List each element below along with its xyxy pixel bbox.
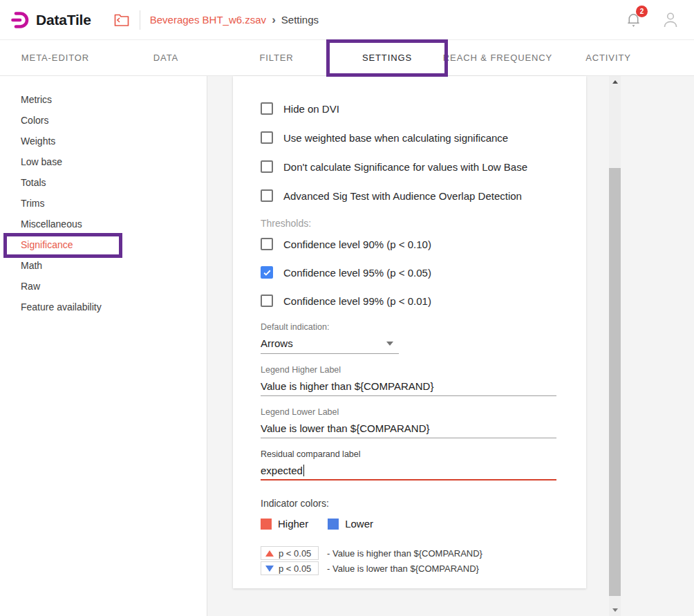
chevron-right-icon: › bbox=[272, 13, 276, 27]
sidebar-item-metrics[interactable]: Metrics bbox=[0, 89, 207, 110]
sidebar-item-math[interactable]: Math bbox=[0, 255, 207, 276]
sidebar-item-significance[interactable]: Significance bbox=[0, 234, 207, 255]
legend-description: - Value is lower than ${COMPARAND} bbox=[327, 563, 479, 574]
sidebar-item-trims[interactable]: Trims bbox=[0, 193, 207, 214]
folder-back-icon bbox=[113, 12, 130, 28]
legend-higher-input[interactable]: Value is higher than ${COMPARAND} bbox=[261, 380, 556, 396]
legend-lower-input[interactable]: Value is lower than ${COMPARAND} bbox=[261, 422, 556, 438]
user-account-button[interactable] bbox=[662, 11, 679, 29]
checkbox-icon[interactable] bbox=[261, 295, 273, 307]
legend-preview-row-lower: p < 0.05 - Value is lower than ${COMPARA… bbox=[261, 561, 556, 575]
checkbox-label: Hide on DVI bbox=[283, 103, 339, 115]
tab-data[interactable]: DATA bbox=[111, 40, 221, 75]
scrollbar[interactable] bbox=[609, 76, 621, 616]
legend-preview-row-higher: p < 0.05 - Value is higher than ${COMPAR… bbox=[261, 546, 556, 560]
sidebar-item-totals[interactable]: Totals bbox=[0, 172, 207, 193]
sidebar-item-low-base[interactable]: Low base bbox=[0, 151, 207, 172]
dropdown-arrow-icon bbox=[386, 342, 393, 346]
field-label: Residual comparand label bbox=[261, 449, 556, 459]
field-legend-higher-label: Legend Higher Label Value is higher than… bbox=[261, 365, 556, 396]
default-indication-label: Default indication: bbox=[261, 322, 556, 332]
checkbox-icon[interactable] bbox=[261, 189, 273, 202]
sidebar-item-colors[interactable]: Colors bbox=[0, 110, 207, 131]
datatile-logo[interactable]: DataTile bbox=[0, 11, 91, 29]
notification-badge: 2 bbox=[636, 6, 648, 17]
checkbox-label: Use weighted base when calculating signi… bbox=[283, 132, 508, 144]
down-arrow-indicator-icon bbox=[265, 566, 274, 572]
sidebar-item-weights[interactable]: Weights bbox=[0, 131, 207, 151]
back-to-projects-button[interactable] bbox=[113, 12, 130, 28]
field-label: Legend Higher Label bbox=[261, 365, 556, 375]
checkbox-row-no-sig-low-base[interactable]: Don't calculate Significance for values … bbox=[261, 160, 556, 174]
breadcrumb: Beverages BHT_w6.zsav › Settings bbox=[150, 13, 319, 27]
checkbox-label: Confidence level 90% (p < 0.10) bbox=[283, 239, 431, 250]
user-icon bbox=[662, 11, 679, 29]
checkbox-row-weighted-base[interactable]: Use weighted base when calculating signi… bbox=[261, 131, 556, 144]
checkbox-checked-icon[interactable] bbox=[261, 266, 273, 279]
notifications-button[interactable]: 2 bbox=[626, 11, 641, 29]
scrollbar-thumb[interactable] bbox=[609, 168, 621, 596]
checkbox-label: Confidence level 95% (p < 0.05) bbox=[283, 267, 431, 279]
checkbox-row-confidence-99[interactable]: Confidence level 99% (p < 0.01) bbox=[261, 294, 556, 308]
lower-color-swatch[interactable] bbox=[328, 519, 339, 530]
tab-reach-frequency[interactable]: REACH & FREQUENCY bbox=[442, 40, 553, 75]
app-header: DataTile Beverages BHT_w6.zsav › Setting… bbox=[0, 0, 694, 40]
default-indication-select[interactable]: Arrows bbox=[261, 333, 399, 354]
tab-meta-editor[interactable]: META-EDITOR bbox=[0, 40, 111, 75]
datatile-logo-icon bbox=[11, 11, 30, 29]
up-arrow-indicator-icon bbox=[265, 550, 274, 557]
legend-description: - Value is higher than ${COMPARAND} bbox=[327, 548, 482, 559]
lower-label: Lower bbox=[345, 518, 373, 530]
checkbox-label: Don't calculate Significance for values … bbox=[283, 161, 527, 173]
tab-activity[interactable]: ACTIVITY bbox=[553, 40, 664, 75]
indicator-colors-label: Indicator colors: bbox=[261, 498, 556, 509]
higher-label: Higher bbox=[278, 518, 308, 530]
checkbox-icon[interactable] bbox=[261, 131, 273, 144]
checkbox-label: Advanced Sig Test with Audience Overlap … bbox=[283, 190, 522, 202]
breadcrumb-page: Settings bbox=[281, 14, 319, 26]
tab-filter[interactable]: FILTER bbox=[221, 40, 332, 75]
checkbox-label: Confidence level 99% (p < 0.01) bbox=[283, 295, 431, 307]
scroll-down-arrow-icon bbox=[612, 608, 618, 612]
sidebar-item-feature-availability[interactable]: Feature availability bbox=[0, 297, 207, 317]
p-value-label: p < 0.05 bbox=[279, 548, 311, 559]
select-value: Arrows bbox=[261, 337, 293, 349]
breadcrumb-project[interactable]: Beverages BHT_w6.zsav bbox=[150, 14, 266, 26]
checkbox-icon[interactable] bbox=[261, 238, 273, 250]
sidebar-item-raw[interactable]: Raw bbox=[0, 276, 207, 297]
field-label: Legend Lower Label bbox=[261, 407, 556, 417]
checkbox-row-confidence-95[interactable]: Confidence level 95% (p < 0.05) bbox=[261, 265, 556, 279]
checkbox-row-confidence-90[interactable]: Confidence level 90% (p < 0.10) bbox=[261, 237, 556, 251]
tab-bar: META-EDITOR DATA FILTER SETTINGS REACH &… bbox=[0, 40, 694, 76]
settings-sidebar: Metrics Colors Weights Low base Totals T… bbox=[0, 76, 207, 616]
indicator-color-swatches: Higher Lower bbox=[261, 518, 556, 530]
field-residual-comparand-label: Residual comparand label expected bbox=[261, 449, 556, 480]
legend-chip-lower: p < 0.05 bbox=[261, 561, 319, 575]
significance-settings-panel: Hide on DVI Use weighted base when calcu… bbox=[233, 76, 586, 588]
checkbox-icon[interactable] bbox=[261, 160, 273, 173]
legend-chip-higher: p < 0.05 bbox=[261, 546, 319, 560]
tab-settings[interactable]: SETTINGS bbox=[332, 40, 442, 75]
content-area: Metrics Colors Weights Low base Totals T… bbox=[0, 76, 694, 616]
checkbox-row-advanced-sig-test[interactable]: Advanced Sig Test with Audience Overlap … bbox=[261, 189, 556, 203]
scroll-up-arrow-icon bbox=[612, 80, 618, 84]
residual-comparand-input[interactable]: expected bbox=[261, 465, 556, 480]
higher-color-swatch[interactable] bbox=[261, 519, 272, 530]
higher-color-picker[interactable]: Higher bbox=[261, 518, 308, 530]
lower-color-picker[interactable]: Lower bbox=[328, 518, 373, 530]
checkbox-icon[interactable] bbox=[261, 102, 273, 115]
scrollbar-up-button[interactable] bbox=[609, 76, 621, 88]
header-divider bbox=[140, 10, 140, 30]
text-cursor bbox=[303, 465, 305, 476]
sidebar-item-miscellaneous[interactable]: Miscellaneous bbox=[0, 214, 207, 234]
p-value-label: p < 0.05 bbox=[279, 563, 311, 574]
scrollbar-down-button[interactable] bbox=[609, 604, 621, 616]
checkbox-row-hide-on-dvi[interactable]: Hide on DVI bbox=[261, 102, 556, 115]
field-legend-lower-label: Legend Lower Label Value is lower than $… bbox=[261, 407, 556, 438]
significance-legend-preview: p < 0.05 - Value is higher than ${COMPAR… bbox=[261, 546, 556, 575]
logo-text: DataTile bbox=[36, 12, 91, 28]
thresholds-label: Thresholds: bbox=[261, 218, 556, 229]
